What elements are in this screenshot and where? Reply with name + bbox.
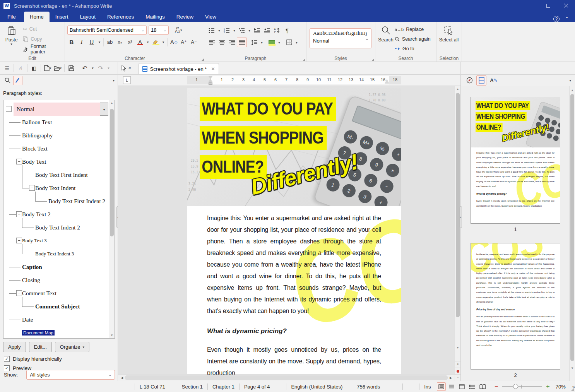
style-item-body-text-first-indent-2[interactable]: Body Text First Indent 2: [3, 195, 115, 208]
select-all-button[interactable]: Select all: [438, 24, 460, 55]
style-item-body-text-indent-2[interactable]: Body Text Indent 2: [3, 221, 115, 234]
expander-icon[interactable]: −: [29, 185, 35, 191]
resize-grip[interactable]: [571, 388, 574, 391]
bullet-list-button[interactable]: [207, 26, 217, 35]
hand-tool-icon[interactable]: ☝: [16, 63, 25, 73]
zoom-level[interactable]: 70%: [556, 384, 566, 390]
style-item-body-text-2[interactable]: − Body Text 2: [3, 208, 115, 221]
panel-menu-icon[interactable]: ▾: [569, 79, 571, 82]
zoom-out-button[interactable]: −: [495, 383, 498, 390]
shrink-font-button[interactable]: A⁻: [189, 37, 199, 47]
paragraph-1[interactable]: Imagine this: You enter a supermarket an…: [207, 212, 381, 317]
zoom-slider-knob[interactable]: [513, 384, 518, 389]
clear-formatting-button[interactable]: A◇: [169, 37, 179, 47]
line-spacing-dropdown[interactable]: ▾: [259, 38, 264, 47]
save-button[interactable]: [67, 63, 76, 73]
web-view-button[interactable]: [457, 382, 466, 391]
checkbox-checked-icon[interactable]: ✓: [4, 356, 10, 362]
expander-icon[interactable]: −: [16, 238, 22, 243]
undo-button[interactable]: ↶: [80, 63, 89, 73]
sort-button[interactable]: AZ: [272, 26, 282, 35]
panel-search-icon[interactable]: [3, 76, 12, 85]
paragraph-2[interactable]: Even though it mostly goes unnoticed by …: [207, 344, 381, 375]
body-text[interactable]: Imagine this: You enter a supermarket an…: [187, 206, 401, 375]
style-item-body-text-indent-3[interactable]: Body Text Indent 3: [3, 247, 115, 260]
zoom-slider[interactable]: [502, 386, 542, 387]
page-1-thumbnail[interactable]: WHAT DO YOU PAY WHEN SHOPPING ONLINE? Di…: [471, 97, 560, 224]
copy-button[interactable]: Copy: [23, 35, 62, 43]
tab-insert[interactable]: Insert: [50, 12, 74, 22]
chapter-indicator[interactable]: Chapter 1: [212, 384, 234, 390]
browse-object-button[interactable]: [455, 368, 461, 374]
style-item-body-text-3[interactable]: − Body Text 3: [3, 234, 115, 247]
line-spacing-button[interactable]: [249, 38, 259, 47]
style-item-body-text-first-indent[interactable]: Body Text First Indent: [3, 168, 115, 181]
increase-indent-button[interactable]: [252, 26, 262, 35]
section-indicator[interactable]: Section 1: [182, 384, 203, 390]
minimize-button[interactable]: [522, 0, 539, 12]
indent-marker[interactable]: [209, 76, 213, 85]
display-hierarchically-row[interactable]: ✓ Display hierarchically: [4, 356, 62, 362]
tab-home[interactable]: Home: [24, 12, 50, 22]
numbered-list-button[interactable]: 123: [222, 26, 232, 35]
format-painter-button[interactable]: Format painter: [23, 45, 62, 53]
font-name-combo[interactable]: Bahnschrift SemiCondensed ⌄: [67, 26, 147, 35]
expander-icon[interactable]: −: [16, 290, 22, 296]
borders-dropdown[interactable]: ▾: [294, 38, 299, 47]
align-right-button[interactable]: [227, 38, 237, 47]
bullet-list-dropdown[interactable]: ▾: [217, 26, 222, 35]
redo-dropdown[interactable]: ▾: [106, 63, 111, 73]
close-button[interactable]: [557, 0, 575, 12]
borders-button[interactable]: [284, 38, 294, 47]
expander-icon[interactable]: −: [6, 106, 12, 112]
justify-button[interactable]: [237, 38, 247, 47]
paragraph-styles-list[interactable]: − Normal ▾ Balloon Text Bibliography Blo…: [3, 100, 115, 339]
document-tab[interactable]: Screenshot vorlage - en * ✕: [138, 63, 219, 74]
style-item-bibliography[interactable]: Bibliography: [3, 129, 115, 142]
page[interactable]: 1.37 6.981.78 0.80 6.44 6.512.10 14.9 20…: [187, 88, 401, 375]
right-panel-splitter[interactable]: ▸: [459, 206, 462, 228]
font-color-dropdown[interactable]: ▾: [145, 37, 151, 47]
next-page-button[interactable]: ⍖: [455, 374, 461, 381]
tab-layout[interactable]: Layout: [74, 12, 102, 22]
style-gallery[interactable]: AaBbCcDdEeFfGgHhIiJj Normal ⌄: [310, 28, 371, 48]
cut-button[interactable]: ✂ Cut: [23, 25, 62, 33]
open-document-button[interactable]: ▾: [53, 63, 62, 73]
normal-view-button[interactable]: [447, 382, 456, 391]
sidebar-toggle-icon[interactable]: ☰: [2, 63, 12, 73]
style-item-date[interactable]: Date: [3, 313, 115, 326]
character-dialog-launcher[interactable]: [202, 58, 204, 61]
organize-button[interactable]: Organize▾: [55, 342, 89, 352]
apply-button[interactable]: Apply: [3, 342, 26, 352]
style-item-caption[interactable]: Caption: [3, 260, 115, 274]
page-indicator[interactable]: Page 4 of 4: [244, 384, 270, 390]
outline-view-button[interactable]: [468, 382, 477, 391]
edit-style-button[interactable]: Edit...: [29, 342, 52, 352]
character-map-icon[interactable]: A✎: [489, 75, 499, 86]
highlight-dropdown[interactable]: ▾: [161, 37, 166, 47]
style-item-body-text[interactable]: − Body Text: [3, 155, 115, 168]
style-dropdown-button[interactable]: ▾: [100, 103, 108, 116]
right-indent-marker[interactable]: [385, 79, 389, 84]
tab-stop-selector[interactable]: L: [123, 76, 131, 84]
font-color-button[interactable]: A: [135, 37, 145, 47]
page-thumbnails-icon[interactable]: [476, 75, 486, 86]
style-item-comment-subject[interactable]: Comment Subject: [3, 300, 115, 313]
language-indicator[interactable]: English (United States): [291, 384, 342, 390]
panel-styles-icon[interactable]: [13, 76, 22, 85]
go-to-button[interactable]: Go to: [395, 45, 431, 52]
paste-button[interactable]: Paste ▾: [2, 24, 21, 55]
style-item-balloon-text[interactable]: Balloon Text: [3, 116, 115, 129]
previous-page-button[interactable]: ⍏: [455, 361, 461, 368]
insert-mode-indicator[interactable]: Ins: [424, 384, 431, 390]
highlight-button[interactable]: [151, 37, 161, 47]
tab-review[interactable]: Review: [171, 12, 199, 22]
tab-mailings[interactable]: Mailings: [140, 12, 171, 22]
heading-dynamic-pricing[interactable]: What is dynamic pricing?: [207, 327, 381, 335]
tab-references[interactable]: References: [101, 12, 140, 22]
cursor-position[interactable]: L 18 Col 71: [140, 384, 165, 390]
styles-dialog-launcher[interactable]: [372, 58, 374, 61]
page-2-thumbnail[interactable]: COS bottlenecks, seasons, and even world…: [471, 243, 560, 370]
horizontal-ruler[interactable]: 1 1 2 3 4 5 6 7 8 9 10 11 12 13 14 15 16: [187, 76, 401, 84]
show-formatting-marks-button[interactable]: ¶: [282, 26, 292, 35]
